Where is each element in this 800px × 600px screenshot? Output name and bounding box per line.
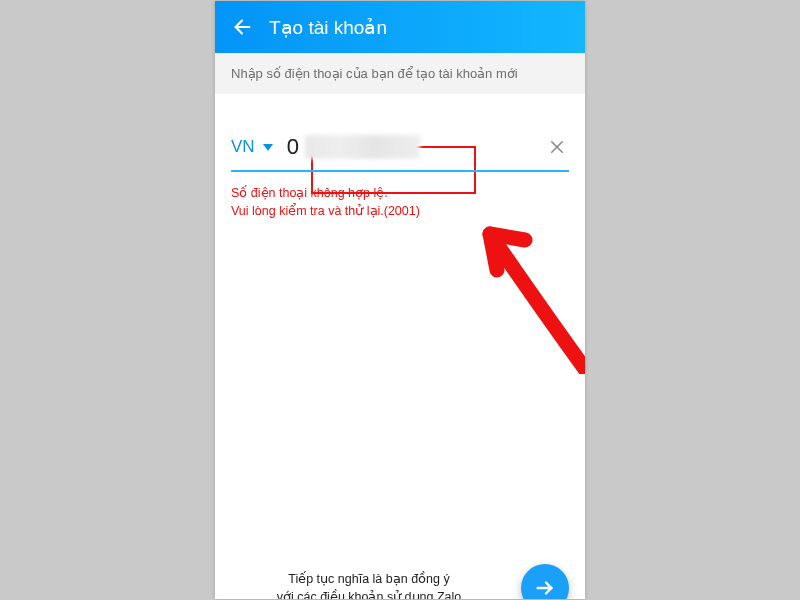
phone-screen: Tạo tài khoản Nhập số điện thoại của bạn… [215, 1, 585, 599]
phone-input-row: VN [231, 124, 569, 172]
clear-icon[interactable] [545, 135, 569, 159]
page-title: Tạo tài khoản [269, 16, 387, 39]
error-line-1: Số điện thoại không hợp lệ. [231, 184, 569, 202]
continue-button[interactable] [521, 564, 569, 599]
arrow-right-icon [534, 577, 556, 599]
chevron-down-icon [263, 144, 273, 151]
terms-line1: Tiếp tục nghĩa là bạn đồng ý [288, 572, 449, 586]
error-line-2: Vui lòng kiểm tra và thử lại.(2001) [231, 202, 569, 220]
country-selector[interactable]: VN [231, 137, 287, 157]
country-code-label: VN [231, 137, 255, 157]
phone-input-wrap [287, 134, 537, 160]
terms-line2-pre: với các [277, 590, 320, 599]
phone-input[interactable] [287, 134, 537, 160]
terms-text: Tiếp tục nghĩa là bạn đồng ý với các điề… [231, 570, 507, 599]
terms-line2-post: sử dụng Zalo [383, 590, 461, 599]
content-area: VN Số điện thoại không hợp lệ. Vui lòng … [215, 124, 585, 599]
back-icon[interactable] [231, 16, 253, 38]
header-bar: Tạo tài khoản [215, 1, 585, 53]
error-message: Số điện thoại không hợp lệ. Vui lòng kiể… [231, 184, 569, 220]
terms-link[interactable]: điều khoản [320, 590, 383, 599]
annotation-arrow-icon [475, 204, 585, 374]
instruction-text: Nhập số điện thoại của bạn để tạo tài kh… [215, 53, 585, 94]
footer: Tiếp tục nghĩa là bạn đồng ý với các điề… [215, 564, 585, 599]
